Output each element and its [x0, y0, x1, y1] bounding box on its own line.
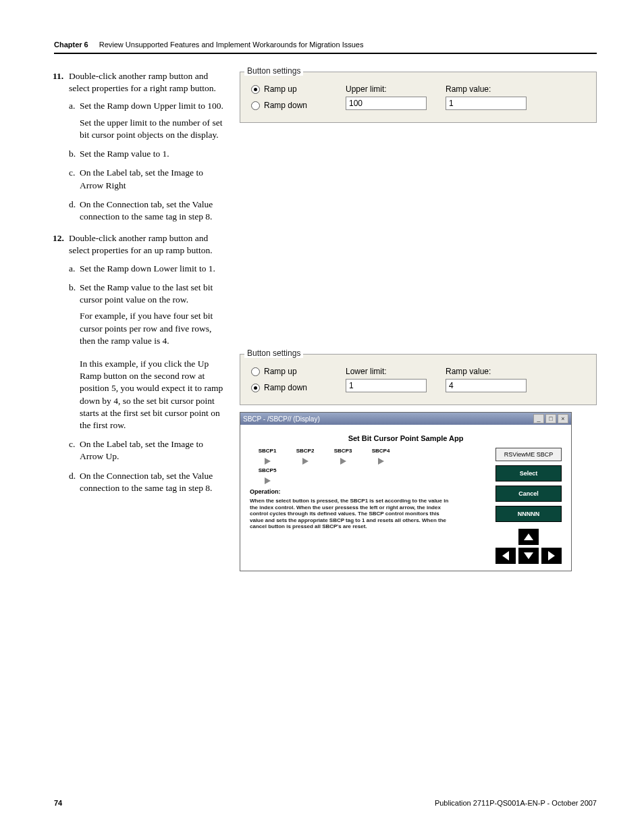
step-11b: Set the Ramp value to 1.	[80, 149, 169, 159]
arrow-right-icon	[265, 477, 271, 484]
step-12c: On the Label tab, set the Image to Arrow…	[80, 439, 203, 461]
minimize-button[interactable]: _	[533, 414, 544, 423]
step-number: 11.	[53, 70, 63, 82]
step-12: 12. Double-click another ramp button and…	[69, 232, 226, 494]
arrow-right-icon	[340, 458, 346, 465]
radio-ramp-down[interactable]: Ramp down	[251, 101, 346, 110]
radio-ramp-up[interactable]: Ramp up	[251, 367, 346, 376]
sbcp-label: SBCP4	[363, 448, 398, 454]
step-12b: Set the Ramp value to the last set bit c…	[80, 282, 213, 305]
page-number: 74	[54, 799, 62, 807]
page-container: Chapter 6 Review Unsupported Features an…	[0, 0, 644, 834]
arrow-pad	[495, 529, 562, 564]
ramp-value-label: Ramp value:	[446, 84, 527, 94]
arrow-down-icon	[524, 552, 533, 559]
step-text: Double-click another ramp button and sel…	[69, 233, 213, 255]
nnnnn-button[interactable]: NNNNN	[495, 506, 562, 522]
lower-limit-input[interactable]	[346, 379, 427, 392]
publication-info: Publication 2711P-QS001A-EN-P - October …	[435, 799, 597, 807]
upper-limit-label: Upper limit:	[346, 84, 427, 94]
step-11c: On the Label tab, set the Image to Arrow…	[80, 167, 203, 190]
app-title: Set Bit Cursor Point Sample App	[250, 434, 562, 442]
step-text: Double-click another ramp button and sel…	[69, 71, 216, 93]
fieldset-legend: Button settings	[244, 66, 303, 76]
fieldset-legend: Button settings	[244, 348, 303, 358]
chapter-label: Chapter 6	[54, 41, 88, 49]
step-11a: Set the Ramp down Upper limit to 100.	[80, 101, 223, 111]
chapter-title: Review Unsupported Features and Implemen…	[99, 41, 364, 49]
button-settings-fig1: Button settings Ramp up Ramp down Up	[240, 72, 597, 123]
cancel-button[interactable]: Cancel	[495, 486, 562, 502]
lower-limit-label: Lower limit:	[346, 367, 427, 376]
radio-icon	[251, 101, 260, 110]
close-button[interactable]: ×	[558, 414, 568, 423]
radio-selected-icon	[251, 384, 260, 392]
side-panel: RSViewME SBCP Select Cancel NNNNN	[459, 448, 562, 564]
radio-icon	[251, 367, 260, 376]
operation-label: Operation:	[250, 488, 452, 495]
figures-col: Button settings Ramp up Ramp down Up	[240, 70, 597, 571]
arrow-right-icon	[378, 458, 384, 465]
arrow-down-button[interactable]	[518, 548, 539, 564]
maximize-button[interactable]: □	[545, 414, 556, 423]
upper-limit-input[interactable]	[346, 97, 427, 110]
step-11a-after: Set the upper limit to the number of set…	[80, 117, 226, 141]
step-11: 11. Double-click another ramp button and…	[69, 70, 226, 223]
ramp-value-label: Ramp value:	[446, 367, 527, 376]
arrow-right-button[interactable]	[541, 548, 562, 564]
rsviewme-label: RSViewME SBCP	[495, 448, 562, 461]
ramp-value-input[interactable]	[446, 97, 527, 110]
content-row: 11. Double-click another ramp button and…	[54, 70, 597, 571]
step-12b-after2: In this example, if you click the Up Ram…	[80, 358, 226, 432]
sbcp-label: SBCP5	[250, 467, 285, 473]
step-12b-after1: For example, if you have four set bit cu…	[80, 310, 226, 347]
step-number: 12.	[53, 232, 64, 244]
radio-ramp-up[interactable]: Ramp up	[251, 84, 346, 94]
titlebar: SBCP - /SBCP// (Display) _ □ ×	[240, 413, 571, 425]
sbcp-label: SBCP3	[325, 448, 360, 454]
arrow-right-icon	[302, 458, 308, 465]
arrow-right-icon	[548, 551, 555, 561]
sbcp-area: SBCP1 SBCP2 SBCP3 SBCP4 SBCP5	[250, 448, 452, 564]
radio-ramp-down[interactable]: Ramp down	[251, 383, 346, 392]
button-settings-fig2: Button settings Ramp up Ramp down Lo	[240, 354, 597, 405]
arrow-left-button[interactable]	[495, 548, 516, 564]
ramp-value-input[interactable]	[446, 379, 527, 392]
page-header: Chapter 6 Review Unsupported Features an…	[54, 41, 597, 54]
step-12a: Set the Ramp down Lower limit to 1.	[80, 263, 215, 273]
sbcp-label: SBCP1	[250, 448, 285, 454]
step-11d: On the Connection tab, set the Value con…	[80, 199, 213, 221]
window-title: SBCP - /SBCP// (Display)	[243, 415, 320, 423]
sbcp-display-window: SBCP - /SBCP// (Display) _ □ × Set Bit C…	[240, 412, 572, 571]
arrow-left-icon	[502, 551, 509, 561]
sbcp-label: SBCP2	[288, 448, 323, 454]
operation-text: When the select button is pressed, the S…	[250, 498, 452, 530]
step-12d: On the Connection tab, set the Value con…	[80, 471, 213, 493]
instructions-col: 11. Double-click another ramp button and…	[54, 70, 226, 571]
arrow-up-button[interactable]	[518, 529, 539, 545]
radio-selected-icon	[251, 85, 260, 94]
arrow-up-icon	[524, 533, 533, 540]
select-button[interactable]: Select	[495, 465, 562, 481]
page-footer: 74 Publication 2711P-QS001A-EN-P - Octob…	[54, 799, 597, 807]
arrow-right-icon	[265, 458, 271, 465]
